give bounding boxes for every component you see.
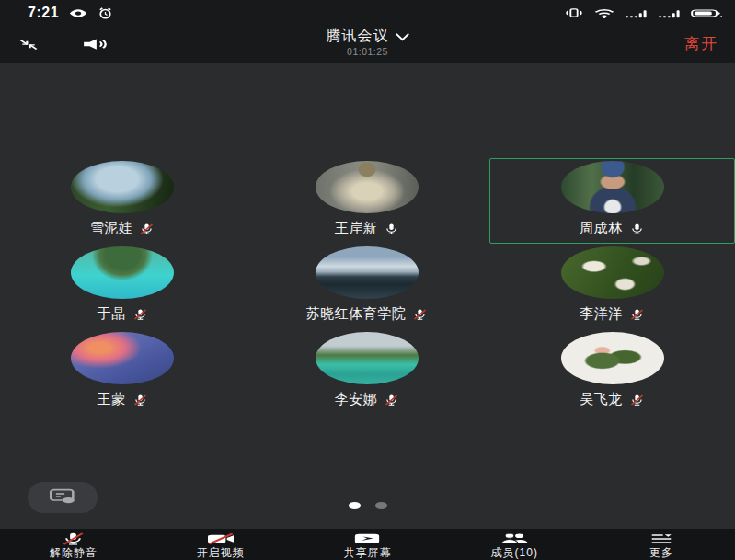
participant-tile[interactable]: 雪泥娃 bbox=[0, 158, 245, 244]
toolbar-label: 更多 bbox=[649, 547, 673, 559]
participant-tile[interactable]: 李安娜 bbox=[245, 329, 489, 415]
eye-icon bbox=[68, 6, 88, 20]
participant-avatar bbox=[316, 332, 419, 384]
start-video-button[interactable]: 开启视频 bbox=[147, 531, 294, 559]
participant-avatar bbox=[316, 161, 419, 213]
participant-name: 雪泥娃 bbox=[90, 220, 133, 237]
participant-avatar bbox=[71, 332, 174, 384]
participant-name: 王岸新 bbox=[335, 220, 378, 237]
participant-tile[interactable]: 吴飞龙 bbox=[489, 329, 735, 415]
participant-avatar bbox=[561, 246, 664, 299]
cellular-signal-icon bbox=[658, 6, 682, 19]
page-indicator bbox=[0, 502, 735, 509]
tencent-meeting-screen: 7:21 bbox=[0, 0, 735, 560]
unmute-button[interactable]: 解除静音 bbox=[0, 531, 147, 559]
participant-grid: 雪泥娃 王岸新 周成林 bbox=[0, 158, 735, 415]
meeting-main-area: 雪泥娃 王岸新 周成林 bbox=[0, 63, 735, 529]
clock-time: 7:21 bbox=[28, 5, 59, 21]
participant-avatar bbox=[561, 161, 664, 213]
participant-tile[interactable]: 王蒙 bbox=[0, 329, 245, 415]
speaker-icon[interactable] bbox=[81, 36, 109, 52]
participant-name: 吴飞龙 bbox=[580, 391, 623, 408]
more-button[interactable]: 更多 bbox=[588, 531, 735, 559]
meeting-title: 腾讯会议 bbox=[327, 27, 389, 46]
toolbar-label: 解除静音 bbox=[50, 547, 98, 559]
toolbar-label: 成员(10) bbox=[491, 547, 538, 559]
participant-tile[interactable]: 苏晓红体育学院 bbox=[245, 244, 489, 329]
camera-off-icon bbox=[206, 531, 235, 546]
meeting-timer: 01:01:25 bbox=[347, 46, 388, 57]
participant-name: 苏晓红体育学院 bbox=[306, 305, 407, 323]
participant-tile[interactable]: 王岸新 bbox=[245, 158, 489, 244]
participant-tile[interactable]: 李洋洋 bbox=[489, 244, 735, 329]
mic-muted-icon bbox=[132, 308, 148, 321]
mic-on-icon bbox=[629, 223, 645, 235]
more-icon bbox=[649, 531, 673, 546]
wifi-icon bbox=[593, 6, 615, 20]
share-screen-icon bbox=[353, 531, 381, 546]
participant-name: 李洋洋 bbox=[580, 305, 623, 323]
mic-muted-icon bbox=[61, 531, 86, 546]
toolbar-label: 共享屏幕 bbox=[343, 547, 391, 559]
participant-name: 于晶 bbox=[98, 305, 126, 323]
participant-name: 周成林 bbox=[580, 220, 623, 237]
mic-muted-icon bbox=[412, 308, 428, 321]
participant-tile-active-speaker[interactable]: 周成林 bbox=[489, 158, 735, 244]
leave-button[interactable]: 离开 bbox=[684, 34, 718, 54]
toolbar-label: 开启视频 bbox=[197, 547, 245, 559]
alarm-icon bbox=[98, 6, 113, 20]
cellular-signal-icon bbox=[625, 6, 649, 19]
share-screen-button[interactable]: 共享屏幕 bbox=[294, 531, 442, 559]
page-dot bbox=[375, 502, 387, 509]
participant-tile[interactable]: 于晶 bbox=[0, 244, 245, 329]
meeting-title-button[interactable]: 腾讯会议 bbox=[327, 27, 409, 46]
participant-name: 李安娜 bbox=[335, 391, 378, 408]
status-bar: 7:21 bbox=[0, 0, 735, 26]
mic-muted-icon bbox=[384, 394, 399, 406]
participant-avatar bbox=[71, 246, 174, 299]
chevron-down-icon bbox=[396, 29, 409, 45]
mic-on-icon bbox=[384, 223, 399, 235]
participant-avatar bbox=[561, 332, 664, 384]
participant-name: 王蒙 bbox=[98, 391, 126, 408]
page-dot-active bbox=[349, 502, 361, 509]
participant-avatar bbox=[71, 161, 174, 213]
members-button[interactable]: 成员(10) bbox=[441, 531, 588, 559]
mic-muted-icon bbox=[629, 308, 645, 321]
mic-muted-icon bbox=[132, 394, 148, 406]
participant-avatar bbox=[316, 246, 419, 299]
meeting-header: 腾讯会议 01:01:25 离开 bbox=[0, 26, 735, 63]
mic-muted-icon bbox=[629, 394, 645, 406]
battery-icon bbox=[691, 6, 722, 20]
members-icon bbox=[500, 531, 529, 546]
mic-muted-icon bbox=[139, 223, 155, 235]
bottom-toolbar: 解除静音 开启视频 共享屏幕 成员(10) 更多 bbox=[0, 529, 735, 560]
vibrate-icon bbox=[564, 6, 584, 19]
minimize-icon[interactable] bbox=[17, 37, 40, 52]
